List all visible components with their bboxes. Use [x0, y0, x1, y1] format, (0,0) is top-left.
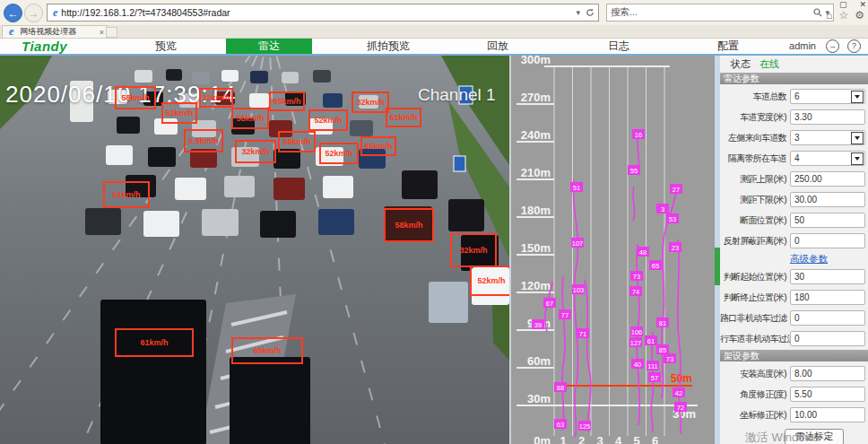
vehicle	[100, 300, 206, 444]
field-input[interactable]: 250.00	[790, 171, 865, 187]
field-input[interactable]: 8.00	[790, 366, 865, 381]
advanced-params-link[interactable]: 高级参数	[790, 253, 828, 266]
vehicle	[85, 208, 121, 235]
channel-label: Channel 1	[418, 85, 496, 105]
field-input[interactable]: 0	[790, 310, 865, 326]
field-select[interactable]: 4	[790, 151, 865, 166]
field-input[interactable]: 10.00	[790, 407, 865, 422]
vehicle-detection-box: 58km/h	[384, 208, 434, 242]
vehicle	[106, 145, 133, 165]
field-input[interactable]: 180	[790, 290, 865, 305]
field-value: 0	[794, 334, 864, 344]
svg-text:42: 42	[675, 389, 682, 397]
browser-tab[interactable]: e 网络视频处理器 ×	[2, 25, 108, 38]
field-input[interactable]: 5.50	[790, 387, 865, 402]
svg-text:4: 4	[615, 434, 622, 444]
svg-text:48: 48	[639, 248, 647, 257]
vehicle-speed-label: 9.3km/h	[188, 136, 219, 145]
nav-tab-config[interactable]: 配置	[701, 39, 755, 54]
field-input[interactable]: 3.30	[790, 109, 865, 125]
field-label: 路口非机动车过滤	[720, 312, 790, 325]
svg-text:77: 77	[561, 311, 569, 319]
video-pane[interactable]: 2020/06/10 17:39:14 Channel 1 58km/h52km…	[0, 56, 509, 444]
nav-tab-radar[interactable]: 雷达	[226, 39, 312, 54]
svg-text:71: 71	[579, 330, 586, 338]
vehicle-speed-label: 58km/h	[236, 114, 264, 123]
favorites-star-icon[interactable]: ☆	[838, 9, 848, 22]
search-input[interactable]: 搜索... ▾	[606, 4, 834, 22]
field-select[interactable]: 3	[790, 130, 865, 145]
help-icon[interactable]: ?	[847, 39, 861, 53]
home-icon[interactable]: ⌂	[826, 9, 832, 22]
svg-text:63: 63	[557, 421, 564, 429]
vehicle-detection-box: 32km/h	[199, 88, 233, 108]
close-button[interactable]: ✕	[859, 0, 866, 9]
vehicle	[166, 69, 182, 81]
nav-tab-playback[interactable]: 回放	[471, 39, 525, 54]
radar-pane[interactable]: 300m270m240m210m180m150m120m90m60m30m0m1…	[509, 56, 715, 444]
field-label: 角度修正(度)	[720, 388, 790, 401]
svg-text:53: 53	[669, 215, 676, 223]
svg-text:150m: 150m	[521, 241, 551, 255]
field-input[interactable]: 30.00	[790, 192, 865, 207]
vehicle-speed-label: 58km/h	[282, 137, 310, 146]
vehicle-detection-box: 32km/h	[450, 233, 497, 267]
svg-text:55: 55	[630, 167, 638, 175]
svg-text:1: 1	[560, 434, 567, 444]
dropdown-caret-icon[interactable]	[851, 132, 864, 144]
section-header: 雷达参数	[720, 73, 868, 84]
field-label: 断面位置(米)	[720, 214, 790, 227]
field-label: 行车道非机动车过滤	[720, 333, 790, 345]
vehicle-detection-box: 58km/h	[115, 86, 156, 109]
nav-tab-log[interactable]: 日志	[592, 39, 646, 54]
settings-gear-icon[interactable]: ⚙	[855, 9, 864, 22]
radar-plot: 300m270m240m210m180m150m120m90m60m30m0m1…	[509, 56, 715, 444]
back-icon: ←	[8, 7, 19, 20]
refresh-icon[interactable]	[586, 8, 595, 17]
vehicle-speed-label: 32km/h	[356, 98, 384, 107]
field-value: 4	[794, 153, 851, 163]
url-text[interactable]: http://192.168.1.2/?t=4734804553#radar	[61, 7, 576, 18]
vehicle-speed-label: 65km/h	[273, 97, 300, 106]
vehicle	[202, 209, 239, 236]
search-icon[interactable]	[813, 8, 822, 17]
maximize-button[interactable]: ▢	[839, 0, 847, 9]
svg-text:27: 27	[673, 186, 680, 194]
vehicle-detection-box: 32km/h	[352, 91, 389, 113]
vehicle-speed-label: 58km/h	[121, 93, 149, 102]
field-label: 左侧来向车道数	[720, 132, 790, 144]
svg-text:3: 3	[597, 434, 603, 444]
field-input[interactable]: 0	[790, 233, 865, 248]
field-value: 3.30	[794, 112, 864, 122]
vehicle	[117, 117, 140, 134]
nav-tab-snapshot[interactable]: 抓拍预览	[345, 39, 431, 54]
dropdown-caret-icon[interactable]	[851, 91, 864, 103]
field-label: 测距下限(米)	[720, 194, 790, 206]
new-tab-button[interactable]	[106, 27, 117, 38]
field-label: 反射屏蔽距离(米)	[720, 235, 790, 248]
field-input[interactable]: 0	[790, 331, 865, 346]
svg-text:51: 51	[573, 184, 580, 192]
back-button[interactable]: ←	[4, 4, 22, 22]
tab-close-icon[interactable]: ×	[100, 28, 104, 37]
field-value: 50	[794, 215, 864, 225]
svg-text:180m: 180m	[521, 204, 551, 217]
field-input[interactable]: 50	[790, 213, 865, 228]
field-value: 250.00	[794, 174, 864, 184]
dropdown-caret-icon[interactable]	[851, 152, 864, 165]
field-select[interactable]: 6	[790, 89, 865, 104]
vehicle-speed-label: 52km/h	[314, 116, 342, 125]
logout-icon[interactable]: →	[826, 39, 839, 53]
svg-text:61: 61	[647, 337, 655, 345]
svg-text:67: 67	[546, 300, 553, 308]
vehicle	[175, 178, 206, 200]
vehicle	[350, 120, 373, 136]
autocomplete-caret-icon[interactable]: ▾	[576, 8, 580, 17]
forward-button[interactable]: →	[24, 4, 43, 22]
svg-text:103: 103	[573, 286, 585, 294]
field-input[interactable]: 30	[790, 269, 865, 284]
svg-text:127: 127	[630, 339, 642, 347]
nav-tab-preview[interactable]: 预览	[139, 39, 193, 54]
vehicle	[143, 211, 179, 237]
address-bar[interactable]: e http://192.168.1.2/?t=4734804553#radar…	[47, 4, 599, 22]
